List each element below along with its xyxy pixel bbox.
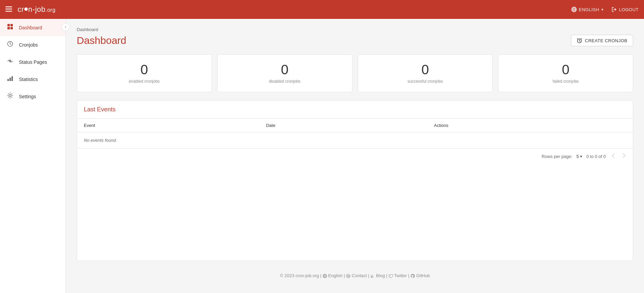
svg-point-20 (9, 95, 11, 97)
stats-row: 0 enabled cronjobs 0 disabled cronjobs 0… (77, 54, 633, 92)
create-cronjob-button[interactable]: CREATE CRONJOB (571, 35, 633, 46)
next-page-button[interactable] (621, 152, 627, 161)
chevron-down-icon: ▾ (601, 7, 604, 12)
cronjobs-icon (7, 41, 14, 49)
svg-line-15 (10, 44, 11, 45)
footer-link-twitter[interactable]: Twitter (394, 273, 407, 278)
page-title-row: Dashboard CREATE CRONJOB (77, 35, 633, 46)
footer-globe-icon (323, 274, 327, 278)
header-left: crn-job.org (5, 5, 55, 14)
statistics-icon (7, 75, 14, 83)
stat-enabled-label: enabled cronjobs (82, 79, 206, 84)
sidebar-item-cronjobs[interactable]: Cronjobs (0, 36, 66, 53)
footer-copyright: © 2023 cron-job.org (280, 273, 319, 278)
events-table: Event Date Actions No events found. (77, 119, 633, 148)
sidebar-toggle[interactable]: ‹ (61, 23, 70, 31)
logo-dot-icon (24, 7, 28, 11)
sidebar-item-settings-label: Settings (19, 94, 36, 99)
svg-point-29 (371, 277, 372, 278)
svg-rect-18 (9, 78, 11, 81)
header: crn-job.org ENGLISH ▾ LOGOUT (0, 0, 644, 19)
svg-rect-9 (7, 24, 10, 26)
stat-successful-label: successful cronjobs (364, 79, 487, 84)
stat-disabled-value: 0 (223, 63, 347, 76)
logout-button[interactable]: LOGOUT (612, 7, 639, 12)
sidebar-item-settings[interactable]: Settings (0, 88, 66, 105)
col-actions: Actions (427, 119, 633, 132)
breadcrumb: Dashboard (77, 27, 633, 32)
sidebar-item-statistics[interactable]: Statistics (0, 71, 66, 88)
stat-card-enabled: 0 enabled cronjobs (77, 54, 212, 92)
footer-rss-icon (370, 274, 375, 278)
create-cronjob-label: CREATE CRONJOB (585, 38, 627, 43)
app-body: ‹ Dashboard Cronjobs (0, 19, 644, 293)
svg-line-23 (579, 41, 580, 42)
stat-failed-value: 0 (504, 63, 627, 76)
header-right: ENGLISH ▾ LOGOUT (571, 7, 639, 12)
svg-rect-1 (5, 8, 12, 9)
svg-rect-19 (11, 76, 13, 81)
sidebar: ‹ Dashboard Cronjobs (0, 19, 66, 293)
main-content: Dashboard Dashboard CREATE CRONJOB 0 ena… (66, 19, 644, 293)
svg-rect-2 (5, 11, 12, 12)
stat-card-disabled: 0 disabled cronjobs (217, 54, 352, 92)
chevron-right-icon (623, 153, 625, 158)
empty-row: No events found. (77, 132, 633, 149)
page-title: Dashboard (77, 35, 126, 46)
stat-enabled-value: 0 (82, 63, 206, 76)
chevron-down-rows-icon: ▾ (580, 154, 582, 159)
last-events-title: Last Events (77, 101, 633, 119)
stat-failed-label: failed cronjobs (504, 79, 627, 84)
svg-rect-0 (5, 6, 12, 7)
footer-at-icon (346, 274, 350, 278)
settings-icon (7, 92, 14, 100)
empty-message: No events found. (77, 132, 633, 149)
footer-twitter-icon (389, 274, 393, 278)
svg-rect-10 (10, 24, 13, 26)
hamburger-icon[interactable] (5, 6, 12, 14)
sidebar-item-status-pages[interactable]: Status Pages (0, 53, 66, 71)
stat-card-successful: 0 successful cronjobs (358, 54, 493, 92)
status-pages-icon (7, 58, 14, 66)
rows-per-page-label: Rows per page: (542, 154, 572, 159)
chevron-left-icon (612, 153, 615, 158)
stat-disabled-label: disabled cronjobs (223, 79, 347, 84)
logo: crn-job.org (18, 5, 55, 14)
col-event: Event (77, 119, 259, 132)
sidebar-item-cronjobs-label: Cronjobs (19, 42, 38, 48)
logo-org: .org (46, 7, 56, 13)
footer-link-contact[interactable]: Contact (352, 273, 367, 278)
dashboard-icon (7, 24, 14, 31)
prev-page-button[interactable] (610, 152, 617, 161)
globe-icon (571, 7, 577, 12)
col-date: Date (259, 119, 427, 132)
stat-card-failed: 0 failed cronjobs (498, 54, 633, 92)
rows-per-page-value: 5 (576, 154, 579, 159)
svg-rect-12 (10, 27, 13, 29)
last-events-card: Last Events Event Date Actions No events… (77, 100, 633, 261)
sidebar-item-status-pages-label: Status Pages (19, 59, 47, 65)
table-footer: Rows per page: 5 ▾ 0 to 0 of 0 (77, 148, 633, 164)
rows-per-page-select[interactable]: 5 ▾ (576, 154, 582, 159)
language-selector[interactable]: ENGLISH ▾ (571, 7, 603, 12)
svg-point-28 (348, 275, 349, 277)
footer: © 2023 cron-job.org | English | Contact … (77, 266, 633, 285)
logout-icon (612, 7, 617, 12)
sidebar-item-dashboard-label: Dashboard (19, 25, 42, 30)
pagination-info: 0 to 0 of 0 (586, 154, 606, 159)
footer-link-english[interactable]: English (328, 273, 343, 278)
sidebar-item-statistics-label: Statistics (19, 77, 38, 82)
sidebar-item-dashboard[interactable]: Dashboard (0, 19, 66, 36)
footer-github-icon (411, 274, 415, 278)
svg-rect-11 (7, 27, 10, 29)
svg-rect-17 (7, 79, 9, 81)
footer-link-github[interactable]: GitHub (416, 273, 430, 278)
alarm-clock-icon (577, 38, 582, 43)
logout-label: LOGOUT (619, 7, 639, 12)
footer-link-blog[interactable]: Blog (376, 273, 385, 278)
stat-successful-value: 0 (364, 63, 487, 76)
language-label: ENGLISH (579, 7, 599, 12)
